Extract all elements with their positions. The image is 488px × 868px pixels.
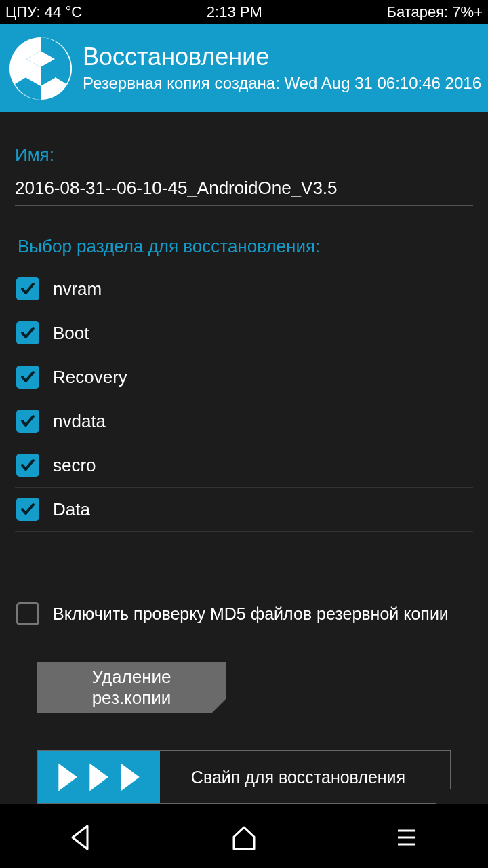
partition-row[interactable]: Recovery	[15, 355, 473, 399]
battery-status: Батарея: 7%+	[386, 3, 483, 21]
partition-label: Recovery	[53, 367, 127, 388]
partition-row[interactable]: Data	[15, 488, 473, 532]
partition-row[interactable]: nvram	[15, 267, 473, 311]
nav-back-button[interactable]	[67, 823, 96, 854]
partition-row[interactable]: secro	[15, 443, 473, 488]
app-header: Восстановление Резервная копия создана: …	[0, 24, 488, 112]
nav-menu-button[interactable]	[392, 823, 421, 854]
partition-label: nvdata	[53, 411, 106, 432]
status-bar: ЦПУ: 44 °C 2:13 PM Батарея: 7%+	[0, 0, 488, 24]
md5-verify-row[interactable]: Включить проверку MD5 файлов резервной к…	[15, 602, 473, 632]
chevron-right-icon	[54, 761, 82, 793]
partition-row[interactable]: nvdata	[15, 399, 473, 443]
page-title: Восстановление	[83, 43, 481, 71]
partition-select-header: Выбор раздела для восстановления:	[15, 236, 473, 267]
swipe-to-restore[interactable]: Свайп для восстановления	[37, 750, 451, 804]
chevron-right-icon	[116, 761, 144, 793]
backup-timestamp: Резервная копия создана: Wed Aug 31 06:1…	[83, 74, 481, 93]
md5-checkbox[interactable]	[16, 602, 39, 625]
name-label: Имя:	[15, 144, 473, 165]
nav-bar	[0, 809, 488, 868]
delete-backup-button[interactable]: Удаление рез.копии	[37, 662, 226, 713]
partition-row[interactable]: Boot	[15, 311, 473, 355]
swipe-handle[interactable]	[38, 751, 160, 803]
nav-home-button[interactable]	[230, 823, 258, 854]
chevron-right-icon	[85, 761, 113, 793]
partition-label: Data	[53, 499, 90, 520]
partition-label: nvram	[53, 279, 102, 300]
partition-label: Boot	[53, 323, 89, 344]
partition-checkbox[interactable]	[16, 366, 39, 389]
partition-checkbox[interactable]	[16, 498, 39, 521]
partition-checkbox[interactable]	[16, 454, 39, 477]
backup-name-input[interactable]	[15, 174, 473, 206]
clock: 2:13 PM	[207, 3, 262, 21]
cpu-temp: ЦПУ: 44 °C	[5, 3, 82, 21]
swipe-label: Свайп для восстановления	[160, 768, 450, 787]
partition-checkbox[interactable]	[16, 277, 39, 300]
md5-label: Включить проверку MD5 файлов резервной к…	[53, 604, 449, 624]
twrp-logo-icon	[7, 35, 75, 102]
delete-backup-label: Удаление рез.копии	[57, 667, 206, 709]
partition-checkbox[interactable]	[16, 321, 39, 344]
partition-label: secro	[53, 455, 96, 476]
partition-checkbox[interactable]	[16, 410, 39, 433]
